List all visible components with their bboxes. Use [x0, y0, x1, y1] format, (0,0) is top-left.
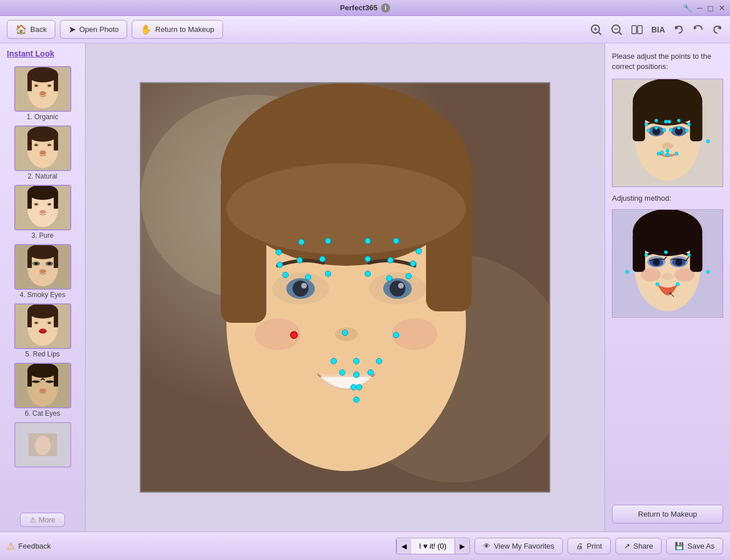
svg-point-82: [293, 281, 309, 297]
window-controls: 🔧 ─ ◻ ✕: [683, 3, 725, 13]
look-thumb-organic: [14, 66, 71, 112]
svg-point-132: [674, 268, 694, 282]
sidebar-title: Instant Look: [0, 43, 85, 62]
like-button[interactable]: I ♥ it! (0): [411, 538, 455, 554]
like-next-button[interactable]: ▶: [455, 539, 469, 554]
dot-mouth-lower2[interactable]: [354, 372, 359, 378]
dot-left-eye-bottom1[interactable]: [283, 272, 289, 278]
more-button[interactable]: ⚠ More: [20, 513, 66, 527]
dot-left-eye-top[interactable]: [297, 257, 302, 263]
dot-mouth-right[interactable]: [376, 358, 382, 364]
look-item-7[interactable]: [0, 420, 85, 470]
open-photo-button[interactable]: ➤ Open Photo: [60, 20, 127, 39]
dot-left-brow-2[interactable]: [298, 239, 304, 245]
zoom-out-icon: [610, 23, 623, 36]
save-as-button[interactable]: 💾 Save As: [666, 538, 723, 554]
svg-point-67: [27, 363, 58, 378]
look-label-natural: 2. Natural: [27, 172, 57, 180]
svg-point-102: [655, 119, 658, 123]
dot-mouth-lower1[interactable]: [339, 370, 345, 375]
view-favorites-button[interactable]: 👁 View My Favorites: [474, 538, 563, 554]
maximize-icon[interactable]: ◻: [707, 3, 714, 13]
settings-icon[interactable]: 🔧: [683, 3, 692, 13]
warning-icon: ⚠: [30, 516, 36, 524]
dot-right-brow-2[interactable]: [394, 238, 399, 244]
back-icon: 🏠: [15, 24, 27, 35]
svg-rect-20: [27, 75, 32, 91]
dot-left-eye-outer[interactable]: [277, 262, 283, 267]
return-to-makeup-button[interactable]: Return to Makeup: [612, 505, 723, 524]
back-button[interactable]: 🏠 Back: [7, 20, 55, 39]
svg-point-49: [27, 244, 58, 259]
svg-point-110: [669, 128, 672, 132]
svg-point-16: [34, 84, 38, 87]
svg-point-37: [47, 203, 51, 205]
svg-point-18: [39, 91, 46, 96]
dot-right-eye-top[interactable]: [388, 257, 394, 263]
compare-button[interactable]: [631, 23, 643, 36]
svg-point-116: [657, 152, 660, 156]
svg-point-46: [34, 262, 38, 265]
undo-button[interactable]: [673, 24, 684, 35]
like-prev-button[interactable]: ◀: [396, 539, 411, 554]
zoom-in-button[interactable]: [590, 23, 602, 36]
dot-right-eye-bottom3[interactable]: [405, 273, 411, 279]
svg-point-108: [655, 127, 658, 130]
dot-left-eye-inner[interactable]: [319, 256, 325, 262]
dot-mouth-mid[interactable]: [354, 358, 359, 364]
dot-mouth-lower3[interactable]: [368, 370, 374, 375]
look-item-organic[interactable]: 1. Organic: [0, 64, 85, 123]
dot-chin-right[interactable]: [356, 384, 362, 390]
dot-left-eye-bottom3[interactable]: [325, 271, 331, 277]
dot-nose-right[interactable]: [394, 332, 399, 338]
svg-point-104: [668, 120, 671, 124]
print-button[interactable]: 🖨 Print: [567, 538, 611, 554]
dot-chin-mid[interactable]: [354, 397, 359, 403]
feedback-button[interactable]: ⚠ Feedback: [7, 541, 51, 551]
look-item-cateyes[interactable]: 6. Cat Eyes: [0, 360, 85, 420]
svg-point-27: [47, 144, 51, 146]
dot-chin-left[interactable]: [351, 384, 356, 390]
instruction-text: Please adjust the points to the correct …: [612, 51, 723, 72]
svg-point-115: [666, 149, 670, 153]
return-to-makeup-toolbar-button[interactable]: ✋ Return to Makeup: [132, 20, 222, 39]
svg-point-137: [626, 270, 629, 274]
look-thumb-smoky: [14, 244, 71, 290]
dot-right-eye-bottom1[interactable]: [365, 271, 371, 277]
svg-point-135: [687, 254, 691, 257]
look-item-redlips[interactable]: 5. Red Lips: [0, 301, 85, 360]
minimize-icon[interactable]: ─: [697, 3, 703, 13]
dot-special[interactable]: [291, 332, 298, 339]
dot-right-eye-bottom2[interactable]: [387, 275, 392, 281]
zoom-out-button[interactable]: [610, 23, 623, 36]
dot-right-eye-outer[interactable]: [410, 261, 416, 266]
dot-left-eye-bottom2[interactable]: [305, 274, 311, 280]
dot-left-brow-3[interactable]: [325, 238, 331, 244]
look-label-cateyes: 6. Cat Eyes: [25, 409, 60, 417]
svg-point-101: [644, 123, 648, 127]
dot-left-brow-1[interactable]: [276, 249, 282, 255]
svg-rect-68: [27, 370, 32, 387]
close-icon[interactable]: ✕: [719, 3, 725, 13]
dot-right-eye-inner[interactable]: [365, 256, 371, 262]
dot-right-brow-1[interactable]: [365, 238, 371, 244]
look-thumb-7: [14, 422, 71, 468]
redo-button[interactable]: [712, 24, 723, 35]
svg-point-136: [706, 270, 709, 274]
svg-point-109: [663, 128, 666, 132]
dot-mouth-left[interactable]: [331, 358, 336, 364]
info-icon[interactable]: i: [381, 3, 390, 13]
look-item-natural[interactable]: 2. Natural: [0, 123, 85, 182]
undo2-button[interactable]: [692, 24, 704, 35]
look-item-pure[interactable]: 3. Pure: [0, 182, 85, 242]
share-button[interactable]: ↗ Share: [615, 538, 662, 554]
dot-right-brow-3[interactable]: [416, 248, 421, 254]
dot-nose-top[interactable]: [342, 330, 348, 336]
svg-rect-123: [690, 233, 703, 272]
svg-point-133: [644, 254, 648, 257]
svg-point-26: [34, 144, 38, 146]
bia-button[interactable]: BIA: [651, 25, 665, 34]
look-item-smoky[interactable]: 4. Smoky Eyes: [0, 242, 85, 301]
svg-point-107: [647, 129, 650, 132]
open-photo-icon: ➤: [68, 24, 76, 35]
